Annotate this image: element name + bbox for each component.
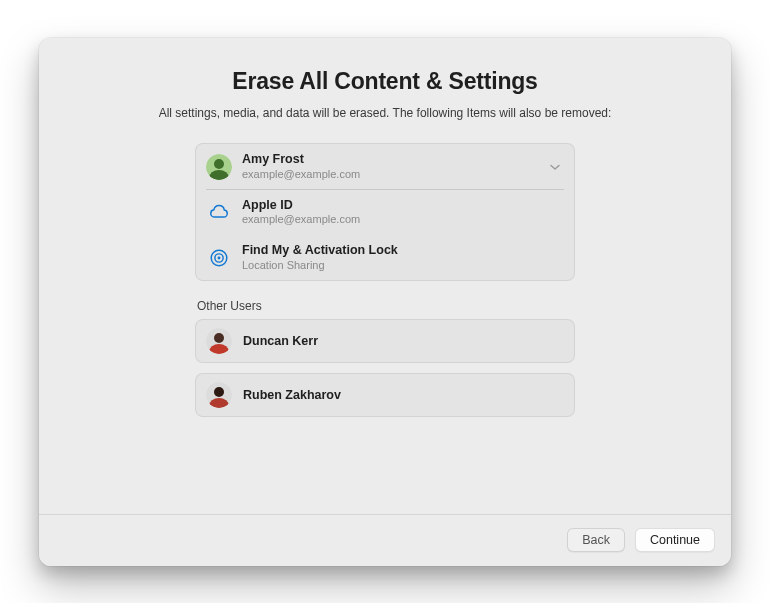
avatar: [206, 154, 232, 180]
other-user-row: Duncan Kerr: [195, 319, 575, 363]
primary-account-card: Amy Frost example@example.com Apple I: [195, 143, 575, 281]
avatar: [206, 328, 232, 354]
primary-user-text: Amy Frost example@example.com: [242, 152, 360, 181]
erase-assistant-window: Erase All Content & Settings All setting…: [39, 38, 731, 566]
apple-id-text: Apple ID example@example.com: [242, 198, 360, 227]
find-my-title: Find My & Activation Lock: [242, 243, 398, 259]
other-user-row: Ruben Zakharov: [195, 373, 575, 417]
apple-id-row: Apple ID example@example.com: [196, 190, 574, 235]
find-my-text: Find My & Activation Lock Location Shari…: [242, 243, 398, 272]
svg-point-13: [214, 387, 224, 397]
page-title: Erase All Content & Settings: [39, 68, 731, 95]
primary-user-email: example@example.com: [242, 168, 360, 182]
chevron-down-icon: [548, 160, 562, 174]
icloud-icon: [206, 199, 232, 225]
find-my-subtitle: Location Sharing: [242, 259, 398, 273]
page-subtitle: All settings, media, and data will be er…: [135, 105, 635, 122]
primary-user-row[interactable]: Amy Frost example@example.com: [196, 144, 574, 189]
svg-point-6: [218, 256, 221, 259]
continue-button[interactable]: Continue: [635, 528, 715, 552]
back-button[interactable]: Back: [567, 528, 625, 552]
svg-point-2: [214, 159, 224, 169]
other-user-name: Duncan Kerr: [243, 334, 318, 348]
find-my-row: Find My & Activation Lock Location Shari…: [196, 235, 574, 280]
primary-user-name: Amy Frost: [242, 152, 360, 168]
findmy-icon: [206, 245, 232, 271]
items-column: Amy Frost example@example.com Apple I: [195, 143, 575, 417]
apple-id-subtitle: example@example.com: [242, 213, 360, 227]
avatar: [206, 382, 232, 408]
footer-bar: Back Continue: [39, 514, 731, 566]
content-area: Erase All Content & Settings All setting…: [39, 38, 731, 514]
apple-id-title: Apple ID: [242, 198, 360, 214]
other-users-label: Other Users: [197, 299, 575, 313]
other-user-name: Ruben Zakharov: [243, 388, 341, 402]
svg-point-9: [214, 333, 224, 343]
